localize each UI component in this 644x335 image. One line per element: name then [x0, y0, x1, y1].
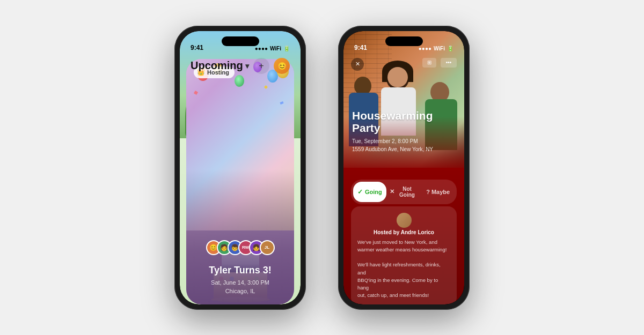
going-button[interactable]: ✓ Going — [353, 182, 386, 202]
status-time-2: 9:41 — [354, 44, 367, 51]
event-name-area: Housewarming Party Tue, September 2, 8:0… — [343, 109, 464, 162]
maybe-label: Maybe — [431, 189, 450, 195]
status-icons-2: ●●●● WiFi 🔋 — [419, 46, 453, 51]
phone1-header: Upcoming ▾ + 😊 — [180, 55, 301, 77]
confetti-1 — [194, 90, 198, 94]
event-main-title: Housewarming Party — [352, 109, 456, 134]
event-info-1: Tyler Turns 3! Sat, June 14, 3:00 PM Chi… — [186, 265, 294, 296]
signal-icon-1: ●●●● — [255, 46, 268, 51]
confetti-3 — [264, 85, 268, 88]
desc-line-6: out, catch up, and meet friends! — [357, 292, 429, 298]
avatar-6: JL — [260, 240, 275, 255]
chevron-down-icon: ▾ — [245, 62, 249, 70]
signal-icon-2: ●●●● — [419, 46, 431, 51]
upcoming-title: Upcoming — [191, 59, 243, 72]
battery-icon-2: 🔋 — [447, 46, 453, 51]
add-event-button[interactable]: + — [253, 58, 269, 74]
desc-line-2: warmer weather means housewarming! — [357, 247, 447, 252]
check-icon: ✓ — [357, 188, 363, 196]
rsvp-buttons: ✓ Going ✕ Not Going ? Maybe — [351, 180, 457, 204]
user-emoji-icon: 😊 — [277, 62, 287, 70]
desc-line-5: BBQ'ing in the evening. Come by to hang — [357, 277, 438, 291]
event-location-2: 1559 Audubon Ave, New York, NY — [352, 145, 456, 153]
desc-line-1: We've just moved to New York, and — [357, 239, 437, 245]
host-avatar — [397, 213, 412, 228]
going-label: Going — [365, 189, 382, 195]
maybe-button[interactable]: ? Maybe — [421, 182, 455, 202]
phone-2: 9:41 ●●●● WiFi 🔋 ✕ ⊞ ••• — [338, 26, 470, 310]
face-2 — [387, 67, 408, 87]
attendees-avatars: 😊 🧑 👦 RW 👧 JL — [206, 240, 275, 255]
more-options-button[interactable]: ••• — [441, 58, 457, 68]
battery-icon-1: 🔋 — [283, 46, 290, 51]
question-icon: ? — [426, 189, 430, 195]
status-time-1: 9:41 — [191, 44, 203, 51]
dynamic-island-1 — [222, 36, 259, 46]
wifi-icon-2: WiFi — [434, 46, 445, 51]
x-circle-icon: ✕ — [390, 188, 394, 195]
rsvp-section: ✓ Going ✕ Not Going ? Maybe — [351, 180, 457, 204]
host-info: Hosted by Andre Lorico — [357, 213, 450, 235]
host-name: Hosted by Andre Lorico — [374, 229, 434, 235]
dynamic-island-2 — [385, 36, 423, 46]
status-icons-1: ●●●● WiFi 🔋 — [255, 46, 290, 51]
phone2-background: 9:41 ●●●● WiFi 🔋 ✕ ⊞ ••• — [343, 31, 464, 304]
not-going-label: Not Going — [396, 186, 419, 198]
not-going-button[interactable]: ✕ Not Going — [387, 182, 421, 202]
desc-line-4: We'll have light refreshments, drinks, a… — [357, 262, 441, 275]
event-date-2: Tue, September 2, 8:00 PM — [352, 137, 456, 145]
x-icon: ✕ — [355, 61, 360, 68]
header-title-area[interactable]: Upcoming ▾ — [191, 59, 249, 72]
phone-1: 9:41 ●●●● WiFi 🔋 Upcoming ▾ + 😊 — [174, 26, 306, 310]
event-location-1: Chicago, IL — [197, 287, 283, 296]
event-card-1[interactable]: 👑 Hosting — [186, 59, 294, 304]
plus-icon: + — [259, 61, 264, 71]
description-card: Hosted by Andre Lorico We've just moved … — [351, 206, 457, 304]
header-actions: + 😊 — [253, 58, 290, 74]
event-title-1: Tyler Turns 3! — [197, 265, 283, 276]
ellipsis-icon: ••• — [446, 59, 452, 65]
grid-icon-button[interactable]: ⊞ — [422, 58, 436, 68]
close-button[interactable]: ✕ — [351, 58, 364, 71]
wifi-icon-1: WiFi — [270, 46, 281, 51]
user-avatar-button[interactable]: 😊 — [274, 58, 290, 74]
top-right-icons: ⊞ ••• — [422, 58, 457, 68]
event-date-1: Sat, June 14, 3:00 PM — [197, 278, 283, 287]
confetti-2 — [280, 101, 283, 105]
grid-icon: ⊞ — [427, 59, 431, 65]
description-text: We've just moved to New York, and warmer… — [357, 239, 450, 300]
